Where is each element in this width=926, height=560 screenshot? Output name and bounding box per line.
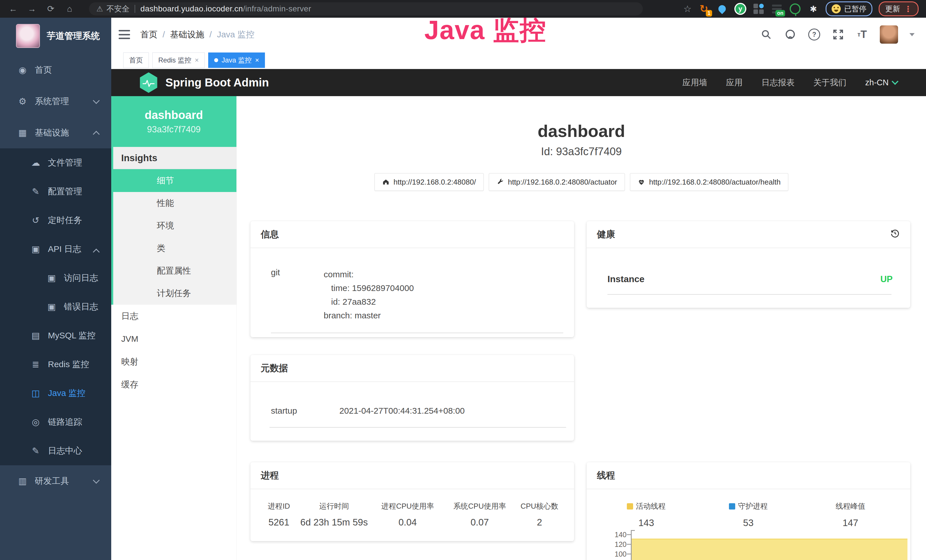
back-button[interactable]: ←: [8, 3, 19, 15]
legend-swatch-daemon: [729, 503, 735, 510]
sba-nav-wallboard[interactable]: 应用墙: [682, 77, 707, 88]
sba-item-caches[interactable]: 缓存: [111, 373, 236, 396]
sba-item-mappings[interactable]: 映射: [111, 350, 236, 373]
sba-item-metrics[interactable]: 性能: [113, 192, 236, 215]
tab-home[interactable]: 首页: [123, 53, 149, 68]
sidebar-item-redis-monitor[interactable]: ≣ Redis 监控: [0, 350, 111, 379]
app-logo: [16, 24, 40, 48]
pie-chart-icon: ◉: [17, 65, 29, 75]
sidebar-item-scheduled-jobs[interactable]: ↺ 定时任务: [0, 206, 111, 235]
eye-icon: ◎: [30, 417, 42, 427]
magnifier-extension-icon[interactable]: [789, 3, 801, 15]
close-icon[interactable]: ×: [255, 56, 259, 64]
sidebar-submenu-infra: ☁ 文件管理 ✎ 配置管理 ↺ 定时任务 ▣ API 日志 ▣ 访问日志 ▣: [0, 148, 111, 465]
forward-button[interactable]: →: [26, 3, 38, 15]
sidebar-item-tracing[interactable]: ◎ 链路追踪: [0, 408, 111, 436]
instance-header[interactable]: dashboard 93a3fc7f7409: [111, 96, 236, 147]
update-button[interactable]: 更新 ⋮: [879, 2, 918, 16]
live-threads-value: 143: [595, 518, 697, 528]
sba-item-scheduled-tasks[interactable]: 计划任务: [113, 282, 236, 305]
actuator-url-button[interactable]: http://192.168.0.2:48080/actuator: [489, 173, 625, 191]
url-text[interactable]: dashboard.yudao.iocoder.cn/infra/admin-s…: [140, 4, 311, 14]
spring-boot-admin-logo-icon[interactable]: [139, 73, 158, 93]
github-icon[interactable]: [784, 28, 796, 41]
close-icon[interactable]: ×: [195, 56, 199, 64]
emoji-face-icon: [832, 4, 841, 14]
sba-item-jvm[interactable]: JVM: [111, 327, 236, 350]
service-url-button[interactable]: http://192.168.0.2:48080/: [374, 173, 484, 191]
security-label[interactable]: 不安全: [106, 4, 130, 14]
process-table-values: 5261 6d 23h 15m 59s 0.04 0.07 2: [250, 517, 574, 528]
avatar-caret-icon[interactable]: [909, 33, 915, 36]
log-icon: ▣: [45, 273, 57, 283]
bookmark-star-icon[interactable]: ☆: [683, 3, 691, 14]
browser-home-button[interactable]: ⌂: [64, 3, 75, 15]
sidebar-item-dev-tools[interactable]: ▥ 研发工具: [0, 465, 111, 496]
sidebar-item-log-center[interactable]: ✎ 日志中心: [0, 436, 111, 465]
sba-header: Spring Boot Admin 应用墙 应用 日志报表 关于我们 zh-CN: [111, 69, 926, 96]
sba-brand-title[interactable]: Spring Boot Admin: [165, 76, 269, 89]
sba-item-logs[interactable]: 日志: [111, 305, 236, 327]
sba-language-select[interactable]: zh-CN: [865, 78, 897, 87]
sidebar-item-java-monitor[interactable]: ◫ Java 监控: [0, 379, 111, 408]
sba-nav-applications[interactable]: 应用: [726, 77, 743, 88]
threads-legend: 活动线程 守护进程 线程峰值: [587, 501, 910, 511]
extensions-puzzle-icon[interactable]: ✱: [807, 3, 819, 15]
font-size-icon[interactable]: тT: [856, 28, 869, 41]
threads-card: 线程 活动线程 守护进程 线程峰值 143 53 147 140 120 100: [587, 462, 910, 560]
fullscreen-icon[interactable]: [832, 28, 844, 41]
on-badge: on: [775, 10, 785, 17]
help-icon[interactable]: ?: [808, 28, 820, 41]
browser-menu-dots-icon[interactable]: ⋮: [904, 4, 912, 14]
live-threads-area-series: [632, 539, 908, 560]
chevron-up-icon: [93, 131, 100, 138]
address-bar[interactable]: ⚠ 不安全 dashboard.yudao.iocoder.cn/infra/a…: [89, 2, 643, 15]
instance-label[interactable]: Instance: [607, 274, 645, 285]
sba-item-config-props[interactable]: 配置属性: [113, 260, 236, 282]
sba-item-classes[interactable]: 类: [113, 237, 236, 260]
sidebar-item-mysql-monitor[interactable]: ▤ MySQL 监控: [0, 321, 111, 350]
list-extension-icon[interactable]: on: [771, 3, 783, 15]
screen: ← → ⟳ ⌂ ⚠ 不安全 dashboard.yudao.iocoder.cn…: [0, 0, 926, 560]
sidebar-item-api-log[interactable]: ▣ API 日志: [0, 235, 111, 263]
metadata-value: 2021-04-27T00:44:31.254+08:00: [339, 406, 465, 416]
page-id: Id: 93a3fc7f7409: [237, 145, 926, 158]
sidebar-item-system[interactable]: ⚙ 系统管理: [0, 86, 111, 117]
sidebar: 芋道管理系统 ◉ 首页 ⚙ 系统管理 ▦ 基础设施 ☁ 文件管理 ✎ 配置管理: [0, 18, 111, 560]
status-badge: UP: [881, 274, 893, 285]
sba-nav-about[interactable]: 关于我们: [813, 77, 846, 88]
sidebar-item-home[interactable]: ◉ 首页: [0, 54, 111, 86]
avatar[interactable]: [880, 26, 898, 44]
tab-java-monitor[interactable]: Java 监控×: [208, 53, 265, 68]
paused-badge[interactable]: 已暂停: [826, 2, 872, 16]
app-logo-row[interactable]: 芋道管理系统: [0, 18, 111, 54]
tags-view: 首页 Redis 监控× Java 监控×: [111, 51, 926, 69]
reload-button[interactable]: ⟳: [45, 3, 56, 15]
sidebar-item-config-manage[interactable]: ✎ 配置管理: [0, 177, 111, 206]
extension-refresh-icon[interactable]: ↻1: [698, 3, 710, 15]
extension-badge: 1: [706, 10, 712, 17]
y-extension-icon[interactable]: y: [734, 3, 746, 15]
breadcrumb-infra[interactable]: 基础设施: [170, 29, 204, 41]
health-url-button[interactable]: http://192.168.0.2:48080/actuator/health: [630, 173, 788, 191]
sba-section-insights: Insights: [113, 147, 236, 169]
sidebar-item-error-log[interactable]: ▣ 错误日志: [0, 292, 111, 321]
toolbox-icon: ▥: [17, 476, 29, 486]
process-pid: 5261: [259, 517, 299, 528]
tab-redis-monitor[interactable]: Redis 监控×: [152, 53, 205, 68]
health-card-title: 健康: [597, 228, 615, 241]
metadata-key: startup: [271, 406, 339, 416]
sidebar-item-access-log[interactable]: ▣ 访问日志: [0, 263, 111, 292]
sba-item-environment[interactable]: 环境: [113, 215, 236, 237]
sidebar-item-infra[interactable]: ▦ 基础设施: [0, 117, 111, 148]
search-icon[interactable]: [760, 28, 773, 41]
breadcrumb-home[interactable]: 首页: [140, 29, 157, 41]
history-icon[interactable]: [890, 228, 900, 241]
pin-extension-icon[interactable]: [716, 3, 728, 15]
grid-extension-icon[interactable]: [753, 3, 764, 15]
hamburger-icon[interactable]: [119, 30, 130, 39]
sba-nav-journal[interactable]: 日志报表: [761, 77, 794, 88]
sidebar-item-file-manage[interactable]: ☁ 文件管理: [0, 148, 111, 177]
chevron-down-icon: [93, 477, 100, 484]
sba-item-details[interactable]: 细节: [113, 169, 236, 192]
